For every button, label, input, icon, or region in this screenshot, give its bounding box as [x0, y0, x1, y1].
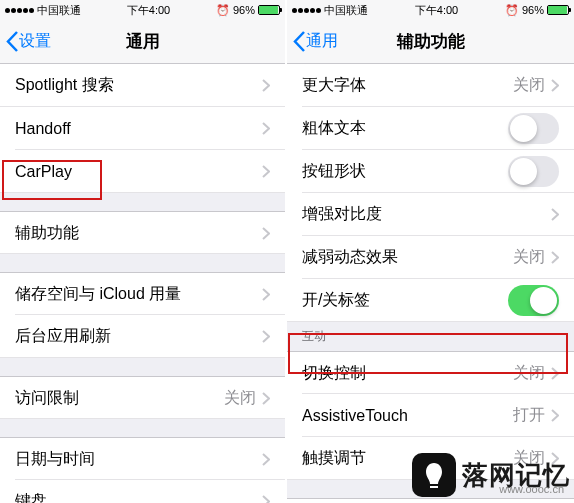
row-carplay[interactable]: CarPlay: [0, 150, 285, 193]
status-time: 下午4:00: [415, 3, 458, 18]
row-assistive-touch[interactable]: AssistiveTouch 打开: [287, 394, 574, 437]
row-switch-control[interactable]: 切换控制 关闭: [287, 351, 574, 394]
row-3d-touch[interactable]: 3D Touc: [287, 498, 574, 503]
row-button-shapes[interactable]: 按钮形状: [287, 150, 574, 193]
settings-list[interactable]: 更大字体 关闭 粗体文本 按钮形状 增强对比度 减弱动态效果 关闭: [287, 64, 574, 503]
signal-dots: [5, 8, 34, 13]
row-bold-text[interactable]: 粗体文本: [287, 107, 574, 150]
chevron-right-icon: [262, 79, 270, 92]
row-spotlight[interactable]: Spotlight 搜索: [0, 64, 285, 107]
chevron-right-icon: [551, 409, 559, 422]
chevron-right-icon: [262, 495, 270, 503]
chevron-right-icon: [262, 122, 270, 135]
chevron-right-icon: [262, 330, 270, 343]
row-accessibility[interactable]: 辅助功能: [0, 211, 285, 254]
status-bar: 中国联通 下午4:00 ⏰ 96%: [287, 0, 574, 20]
chevron-right-icon: [262, 453, 270, 466]
nav-bar: 设置 通用: [0, 20, 285, 64]
chevron-right-icon: [551, 208, 559, 221]
row-keyboard[interactable]: 键盘: [0, 480, 285, 503]
row-increase-contrast[interactable]: 增强对比度: [287, 193, 574, 236]
row-handoff[interactable]: Handoff: [0, 107, 285, 150]
chevron-right-icon: [551, 251, 559, 264]
row-reduce-motion[interactable]: 减弱动态效果 关闭: [287, 236, 574, 279]
carrier-label: 中国联通: [324, 3, 368, 18]
row-larger-text[interactable]: 更大字体 关闭: [287, 64, 574, 107]
alarm-icon: ⏰: [505, 4, 519, 17]
carrier-label: 中国联通: [37, 3, 81, 18]
battery-percent: 96%: [233, 4, 255, 16]
chevron-left-icon: [293, 31, 306, 52]
status-time: 下午4:00: [127, 3, 170, 18]
alarm-icon: ⏰: [216, 4, 230, 17]
watermark-logo: [412, 453, 456, 497]
row-restrictions[interactable]: 访问限制 关闭: [0, 376, 285, 419]
battery-icon: [547, 5, 569, 15]
row-onoff-labels[interactable]: 开/关标签: [287, 279, 574, 322]
toggle-onoff-labels[interactable]: [508, 285, 559, 316]
toggle-button-shapes[interactable]: [508, 156, 559, 187]
back-label: 通用: [306, 31, 338, 52]
battery-icon: [258, 5, 280, 15]
battery-percent: 96%: [522, 4, 544, 16]
row-datetime[interactable]: 日期与时间: [0, 437, 285, 480]
chevron-right-icon: [262, 165, 270, 178]
back-button[interactable]: 设置: [0, 31, 51, 52]
status-bar: 中国联通 下午4:00 ⏰ 96%: [0, 0, 285, 20]
chevron-right-icon: [262, 288, 270, 301]
row-background-refresh[interactable]: 后台应用刷新: [0, 315, 285, 358]
watermark: 落网记忆 www.oooc.cn: [412, 453, 570, 497]
back-label: 设置: [19, 31, 51, 52]
back-button[interactable]: 通用: [287, 31, 338, 52]
screen-accessibility: 中国联通 下午4:00 ⏰ 96% 通用 辅助功能 更大字体 关闭 粗: [287, 0, 574, 503]
toggle-bold-text[interactable]: [508, 113, 559, 144]
chevron-left-icon: [6, 31, 19, 52]
group-header-interaction: 互动: [287, 322, 574, 351]
chevron-right-icon: [262, 392, 270, 405]
chevron-right-icon: [551, 79, 559, 92]
settings-list[interactable]: Spotlight 搜索 Handoff CarPlay 辅助功能: [0, 64, 285, 503]
watermark-url: www.oooc.cn: [499, 483, 564, 495]
row-storage[interactable]: 储存空间与 iCloud 用量: [0, 272, 285, 315]
chevron-right-icon: [551, 367, 559, 380]
chevron-right-icon: [262, 227, 270, 240]
screen-general: 中国联通 下午4:00 ⏰ 96% 设置 通用 Spotlight 搜索: [0, 0, 285, 503]
nav-bar: 通用 辅助功能: [287, 20, 574, 64]
signal-dots: [292, 8, 321, 13]
